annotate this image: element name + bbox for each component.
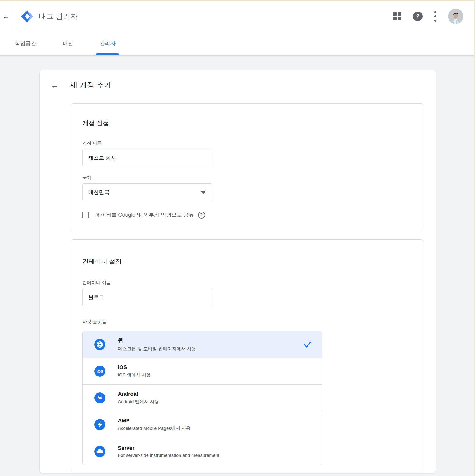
selected-check-icon: [303, 340, 312, 349]
platform-description: Android 앱에서 사용: [118, 399, 159, 405]
share-data-checkbox-label: 데이터를 Google 및 외부와 익명으로 공유: [95, 211, 194, 219]
platform-row-android[interactable]: Android Android 앱에서 사용: [83, 385, 322, 411]
server-icon: [94, 446, 105, 457]
platform-row-globe[interactable]: 웹 데스크톱 및 모바일 웹페이지에서 사용: [83, 331, 322, 358]
account-settings-section: 계정 설정 계정 이름 국가 대한민국 데이터를 Google 및 외부와 익명…: [71, 103, 423, 231]
platform-row-server[interactable]: Server For server-side instrumentation a…: [83, 438, 322, 465]
app-title: 태그 관리자: [39, 12, 78, 21]
svg-text:iOS: iOS: [97, 369, 103, 373]
tab-versions[interactable]: 버전: [59, 32, 77, 55]
tab-workspace[interactable]: 작업공간: [11, 32, 40, 55]
country-select-value: 대한민국: [88, 189, 110, 196]
platform-description: iOS 앱에서 사용: [118, 372, 151, 378]
globe-icon: [94, 339, 105, 350]
share-data-help-icon[interactable]: ?: [198, 212, 205, 219]
platform-name: iOS: [118, 364, 151, 371]
page-back-icon[interactable]: ←: [49, 80, 60, 90]
add-account-card: ← 새 계정 추가 계정 설정 계정 이름 국가 대한민국 데이터를 Googl…: [40, 70, 436, 473]
target-platform-label: 타겟 플랫폼: [82, 319, 106, 325]
platform-name: 웹: [118, 337, 196, 344]
tab-bar: 작업공간 버전 관리자: [0, 32, 475, 55]
ios-icon: iOS: [94, 366, 105, 377]
content-area: ← 새 계정 추가 계정 설정 계정 이름 국가 대한민국 데이터를 Googl…: [0, 55, 475, 476]
country-select[interactable]: 대한민국: [82, 184, 212, 201]
platform-description: For server-side instrumentation and meas…: [118, 453, 219, 458]
page-title: 새 계정 추가: [70, 80, 111, 90]
container-settings-section: 컨테이너 설정 컨테이너 이름 타겟 플랫폼 웹 데스크톱 및 모바일 웹페이지…: [71, 239, 423, 471]
amp-icon: [94, 419, 105, 430]
apps-grid-icon[interactable]: [393, 12, 401, 20]
container-name-input[interactable]: [82, 288, 212, 306]
container-name-label: 컨테이너 이름: [82, 280, 111, 286]
country-label: 국가: [82, 175, 91, 181]
tab-admin[interactable]: 관리자: [96, 32, 119, 55]
more-vert-icon[interactable]: [434, 11, 437, 22]
account-name-input[interactable]: [82, 149, 212, 167]
platform-name: Server: [118, 445, 219, 451]
platform-description: 데스크톱 및 모바일 웹페이지에서 사용: [118, 346, 196, 352]
chevron-down-icon: [201, 191, 205, 194]
platform-name: AMP: [118, 418, 191, 424]
target-platform-list: 웹 데스크톱 및 모바일 웹페이지에서 사용 iOS iOS iOS 앱에서 사…: [82, 331, 322, 465]
platform-row-ios[interactable]: iOS iOS iOS 앱에서 사용: [83, 358, 322, 385]
window-frame-right: [474, 0, 475, 476]
account-settings-heading: 계정 설정: [82, 119, 109, 127]
app-header: ← 태그 관리자 ?: [0, 1, 475, 32]
android-icon: [94, 392, 105, 403]
account-name-label: 계정 이름: [82, 140, 102, 146]
gtm-logo-icon[interactable]: [21, 10, 34, 23]
share-data-checkbox[interactable]: [82, 212, 89, 218]
platform-row-amp[interactable]: AMP Accelerated Mobile Pages에서 사용: [83, 411, 322, 438]
avatar[interactable]: [448, 9, 463, 24]
platform-description: Accelerated Mobile Pages에서 사용: [118, 425, 191, 431]
window-frame-top: [0, 0, 475, 1]
container-settings-heading: 컨테이너 설정: [82, 257, 122, 266]
browser-back-icon[interactable]: ←: [0, 1, 12, 32]
platform-name: Android: [118, 391, 159, 397]
help-icon[interactable]: ?: [413, 12, 422, 21]
